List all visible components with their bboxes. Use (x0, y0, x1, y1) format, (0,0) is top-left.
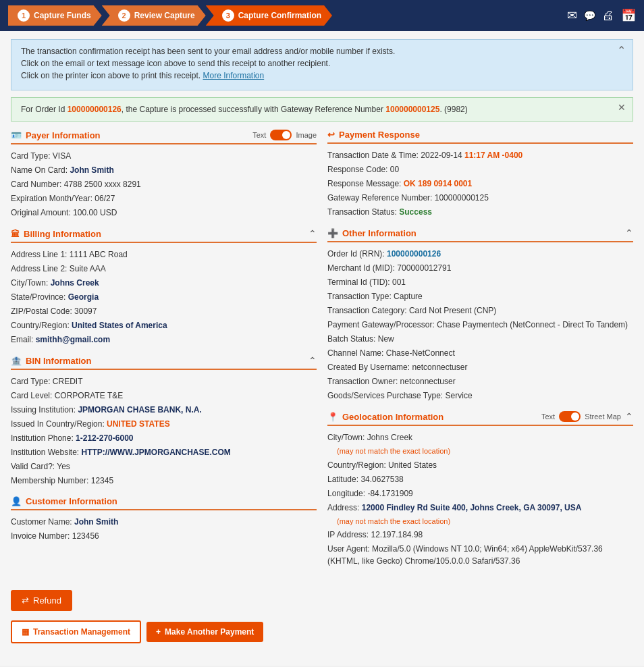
step-1: 1 Capture Funds (8, 5, 102, 26)
geo-latitude: Latitude: 34.0627538 (327, 473, 633, 485)
pr-response-code: Response Code: 00 (327, 163, 633, 176)
plus-icon: + (156, 627, 161, 637)
payer-section-title: 🪪 Payer Information (11, 130, 101, 140)
payment-response-header: ↩ Payment Response (327, 130, 633, 144)
other-info-title: ➕ Other Information (327, 228, 417, 238)
bin-country: Issued In Country/Region: UNITED STATES (11, 418, 317, 430)
customer-section-header: 👤 Customer Information (11, 496, 317, 510)
other-info-collapse[interactable]: ⌃ (625, 228, 633, 238)
geo-toggle-text: Text (541, 412, 555, 421)
billing-addr2: Address Line 2: Suite AAA (11, 263, 317, 275)
payer-expiration: Expiration Month/Year: 06/27 (11, 192, 317, 205)
success-banner-close[interactable]: ✕ (618, 102, 626, 113)
bin-icon: 🏦 (11, 356, 22, 366)
geo-section-title: 📍 Geolocation Information (327, 412, 444, 422)
oi-merchant-id: Merchant Id (MID): 700000012791 (327, 262, 633, 274)
payer-toggle-image: Image (296, 131, 317, 139)
bin-section: 🏦 BIN Information ⌃ Card Type: CREDIT Ca… (11, 355, 317, 487)
print-icon[interactable]: 🖨 (602, 9, 614, 23)
geo-longitude: Longitude: -84.1731909 (327, 487, 633, 500)
billing-section: 🏛 Billing Information ⌃ Address Line 1: … (11, 228, 317, 346)
two-col-layout: 🪪 Payer Information Text Image Card Type… (11, 130, 633, 577)
oi-txn-owner: Transaction Owner: netconnectuser (327, 375, 633, 388)
pr-gateway-ref: Gateway Reference Number: 100000000125 (327, 192, 633, 204)
make-another-payment-button[interactable]: + Make Another Payment (146, 622, 263, 642)
success-text-before: For Order Id (21, 105, 68, 114)
oi-created-by: Created By Username: netconnectuser (327, 361, 633, 373)
transaction-mgmt-icon: ▦ (22, 627, 29, 637)
payer-toggle-switch[interactable] (270, 130, 292, 140)
left-column: 🪪 Payer Information Text Image Card Type… (11, 130, 317, 577)
bin-collapse[interactable]: ⌃ (308, 355, 317, 366)
geo-collapse[interactable]: ⌃ (625, 411, 633, 422)
bin-section-header: 🏦 BIN Information ⌃ (11, 355, 317, 370)
customer-icon: 👤 (11, 496, 22, 506)
oi-terminal-id: Terminal Id (TID): 001 (327, 276, 633, 288)
success-order-id: 100000000126 (68, 105, 122, 114)
geo-section: 📍 Geolocation Information Text Street Ma… (327, 411, 633, 567)
payer-card-type: Card Type: VISA (11, 150, 317, 162)
customer-section: 👤 Customer Information Customer Name: Jo… (11, 496, 317, 542)
bin-institution: Issuing Institution: JPMORGAN CHASE BANK… (11, 404, 317, 416)
oi-order-id: Order Id (RRN): 100000000126 (327, 248, 633, 260)
geo-address-note: (may not match the exact location) (337, 516, 633, 527)
refund-button[interactable]: ⇄ Refund (11, 590, 72, 611)
other-info-header: ➕ Other Information ⌃ (327, 228, 633, 242)
billing-icon: 🏛 (11, 229, 20, 239)
bin-website: Institution Website: HTTP://WWW.JPMORGAN… (11, 446, 317, 458)
info-banner-collapse[interactable]: ⌃ (617, 44, 626, 57)
success-banner: For Order Id 100000000126, the Capture i… (11, 97, 633, 122)
geo-country: Country/Region: United States (327, 459, 633, 471)
info-line3: Click on the printer icon above to print… (21, 71, 623, 80)
bottom-buttons: ⇄ Refund ▦ Transaction Management + Make… (11, 590, 633, 643)
email-icon[interactable]: ✉ (567, 8, 577, 23)
geo-city: City/Town: Johns Creek (327, 431, 633, 444)
geo-section-header: 📍 Geolocation Information Text Street Ma… (327, 411, 633, 426)
more-info-link[interactable]: More Information (203, 71, 264, 80)
other-info-icon: ➕ (327, 228, 338, 238)
billing-collapse[interactable]: ⌃ (308, 228, 317, 239)
step-2: 2 Review Capture (102, 5, 206, 26)
oi-goods-type: Goods/Services Purchase Type: Service (327, 390, 633, 402)
transaction-management-button[interactable]: ▦ Transaction Management (11, 620, 141, 643)
billing-zip: ZIP/Postal Code: 30097 (11, 305, 317, 317)
calendar-icon[interactable]: 📅 (621, 8, 636, 23)
billing-state: State/Province: Georgia (11, 291, 317, 303)
payer-toggle-text: Text (252, 131, 266, 139)
action-buttons: ▦ Transaction Management + Make Another … (11, 620, 633, 643)
payer-name: Name On Card: John Smith (11, 164, 317, 176)
bin-section-title: 🏦 BIN Information (11, 356, 92, 366)
payer-amount: Original Amount: 100.00 USD (11, 207, 317, 219)
billing-email: Email: smithh@gmail.com (11, 334, 317, 346)
step-3-label: Capture Confirmation (238, 11, 321, 20)
other-info-section: ➕ Other Information ⌃ Order Id (RRN): 10… (327, 228, 633, 402)
success-text-end: . (9982) (439, 105, 467, 114)
step-2-label: Review Capture (134, 11, 195, 20)
bin-card-level: Card Level: CORPORATE T&E (11, 390, 317, 402)
sms-icon[interactable]: 💬 (584, 10, 595, 21)
refund-icon: ⇄ (22, 595, 29, 606)
geo-toggle-street: Street Map (585, 412, 621, 421)
header: 1 Capture Funds 2 Review Capture 3 Captu… (0, 0, 644, 31)
pr-response-msg: Response Message: OK 189 0914 0001 (327, 178, 633, 190)
info-banner: The transaction confirmation receipt has… (11, 39, 633, 90)
geo-address: Address: 12000 Findley Rd Suite 400, Joh… (327, 502, 633, 514)
info-line1: The transaction confirmation receipt has… (21, 47, 623, 56)
oi-channel: Channel Name: Chase-NetConnect (327, 347, 633, 359)
payment-response-icon: ↩ (327, 130, 335, 140)
step-1-num: 1 (18, 9, 30, 22)
geo-toggle-switch[interactable] (559, 411, 581, 422)
payer-card-number: Card Number: 4788 2500 xxxx 8291 (11, 178, 317, 190)
customer-invoice: Invoice Number: 123456 (11, 530, 317, 542)
info-line2: Click on the email or text message icon … (21, 59, 623, 68)
oi-gateway: Payment Gateway/Processor: Chase Payment… (327, 319, 633, 331)
billing-country: Country/Region: United States of America (11, 319, 317, 331)
step-3-num: 3 (222, 9, 234, 22)
customer-section-title: 👤 Customer Information (11, 496, 117, 506)
geo-toggle: Text Street Map ⌃ (541, 411, 633, 422)
step-1-label: Capture Funds (34, 11, 91, 20)
oi-txn-category: Transaction Category: Card Not Present (… (327, 304, 633, 317)
geo-city-note: (may not match the exact location) (337, 446, 633, 457)
success-text-middle: , the Capture is processed successfully … (122, 105, 386, 114)
payer-section: 🪪 Payer Information Text Image Card Type… (11, 130, 317, 219)
